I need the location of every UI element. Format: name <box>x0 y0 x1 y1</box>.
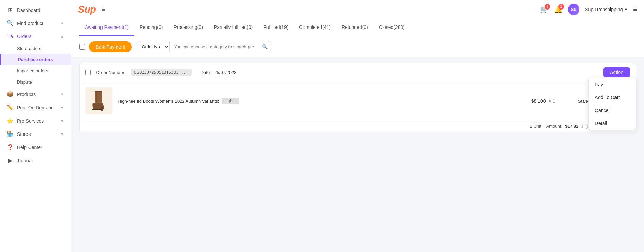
sidebar-item-tutorial[interactable]: ▶ Tutorial <box>0 154 71 167</box>
sidebar-item-label: Orders <box>17 34 57 39</box>
select-all-checkbox[interactable] <box>79 44 85 50</box>
main-content: Sup ≡ 🛒 1 🔔 1 Su Sup Dropshipping ▼ ≡ <box>71 0 644 252</box>
order-card: Order Number: D20230725051315303 ... Dat… <box>79 63 636 132</box>
order-footer: 1 Unit Amount: $17.82 ℹ (Shipping Cost I… <box>80 120 636 132</box>
sidebar-item-products[interactable]: 📦 Products ▼ <box>0 88 71 101</box>
tutorial-icon: ▶ <box>7 157 14 164</box>
chevron-down-icon: ▼ <box>60 21 64 25</box>
tab-completed[interactable]: Completed(41) <box>294 19 336 36</box>
search-box: Order No 🔍 <box>136 41 272 52</box>
svg-rect-5 <box>95 91 102 92</box>
product-name: High-heeled Boots Women's 2022 Autumn Va… <box>118 98 517 104</box>
svg-rect-1 <box>95 92 102 103</box>
stores-icon: 🏪 <box>7 131 14 137</box>
tab-partially-fulfilled[interactable]: Partially fulfilled(0) <box>208 19 258 36</box>
sidebar-item-help-center[interactable]: ❓ Help Center <box>0 141 71 154</box>
app-logo: Sup <box>78 4 96 15</box>
top-header: Sup ≡ 🛒 1 🔔 1 Su Sup Dropshipping ▼ ≡ <box>71 0 644 19</box>
sidebar-item-find-product[interactable]: 🔍 Find product ▼ <box>0 17 71 30</box>
action-dropdown-menu: Pay Add To Cart Cancel Detail <box>588 78 636 130</box>
dropdown-item-pay[interactable]: Pay <box>589 78 636 91</box>
order-number-label: Order Number: <box>96 70 126 75</box>
sidebar-nav: ⊞ Dashboard 🔍 Find product ▼ 🛍 Orders ▲ … <box>0 0 71 170</box>
tab-pending[interactable]: Pending(0) <box>134 19 168 36</box>
sidebar-item-dashboard[interactable]: ⊞ Dashboard <box>0 3 71 17</box>
sidebar-item-print-on-demand[interactable]: ✏️ Print On Demand ▼ <box>0 101 71 114</box>
sidebar-item-label: Find product <box>17 21 57 26</box>
sidebar-item-label: Tutorial <box>17 158 64 163</box>
cart-badge: 1 <box>545 4 550 10</box>
sidebar-item-label: Products <box>17 92 57 97</box>
hamburger-icon[interactable]: ≡ <box>102 6 105 13</box>
more-menu-icon[interactable]: ≡ <box>633 5 637 13</box>
tab-closed[interactable]: Closed(280) <box>373 19 410 36</box>
order-checkbox[interactable] <box>85 70 91 75</box>
header-left: Sup ≡ <box>78 4 105 15</box>
sidebar-item-stores[interactable]: 🏪 Stores ▼ <box>0 127 71 141</box>
avatar[interactable]: Su <box>568 4 579 15</box>
orders-area: Order Number: D20230725051315303 ... Dat… <box>71 57 644 143</box>
pro-services-icon: ⭐ <box>7 118 14 124</box>
svg-rect-3 <box>92 109 102 110</box>
find-product-icon: 🔍 <box>7 20 14 26</box>
dropdown-item-detail[interactable]: Detail <box>589 117 636 130</box>
order-item-row: High-heeled Boots Women's 2022 Autumn Va… <box>80 82 636 120</box>
sidebar-item-dispute[interactable]: Dispute <box>0 76 71 88</box>
sidebar-item-imported-orders[interactable]: Imported orders <box>0 65 71 76</box>
sub-item-label: Dispute <box>17 79 32 85</box>
sidebar-item-orders[interactable]: 🛍 Orders ▲ <box>0 30 71 43</box>
bulk-payment-button[interactable]: Bulk Payment <box>89 41 132 52</box>
cart-icon-button[interactable]: 🛒 1 <box>540 5 549 14</box>
bell-icon-button[interactable]: 🔔 1 <box>554 5 563 14</box>
search-category-select[interactable]: Order No <box>136 41 170 52</box>
chevron-down-icon: ▼ <box>60 106 64 110</box>
sidebar-item-store-orders[interactable]: Store orders <box>0 43 71 54</box>
sub-item-label: Imported orders <box>17 68 48 73</box>
products-icon: 📦 <box>7 91 14 97</box>
order-amount: $17.82 <box>565 124 579 129</box>
unit-count: 1 Unit <box>530 124 541 129</box>
boot-svg <box>85 87 112 114</box>
variant-tag: Light... <box>222 98 239 104</box>
info-icon: ℹ <box>581 124 583 129</box>
tab-processing[interactable]: Processing(0) <box>168 19 208 36</box>
chevron-up-icon: ▲ <box>60 34 64 38</box>
sidebar-item-label: Pro Services <box>17 118 57 124</box>
tab-awaiting-payment[interactable]: Awaiting Payment(1) <box>79 19 134 36</box>
user-name[interactable]: Sup Dropshipping ▼ <box>585 7 628 12</box>
sidebar-item-pro-services[interactable]: ⭐ Pro Services ▼ <box>0 114 71 127</box>
chevron-down-icon: ▼ <box>60 119 64 123</box>
order-header: Order Number: D20230725051315303 ... Dat… <box>80 63 636 82</box>
dropdown-item-add-to-cart[interactable]: Add To Cart <box>589 91 636 104</box>
search-icon: 🔍 <box>262 44 268 49</box>
order-number-tag: D20230725051315303 ... <box>131 69 192 76</box>
print-icon: ✏️ <box>7 104 14 111</box>
tab-fulfilled[interactable]: Fulfilled(19) <box>258 19 294 36</box>
amount-label: Amount: <box>546 124 563 129</box>
sidebar-item-purchase-orders[interactable]: Purchase orders <box>0 54 71 65</box>
toolbar: Bulk Payment Order No 🔍 <box>71 36 644 57</box>
sidebar-item-label: Stores <box>17 131 57 137</box>
search-button[interactable]: 🔍 <box>258 42 272 52</box>
order-date: Date: 25/07/2023 <box>201 70 237 75</box>
sidebar: ⊞ Dashboard 🔍 Find product ▼ 🛍 Orders ▲ … <box>0 0 71 252</box>
orders-icon: 🛍 <box>7 33 14 39</box>
dropdown-item-cancel[interactable]: Cancel <box>589 104 636 117</box>
sidebar-item-label: Help Center <box>17 145 64 150</box>
sub-item-label: Purchase orders <box>18 57 53 62</box>
chevron-down-icon: ▼ <box>60 132 64 136</box>
product-image <box>85 87 112 114</box>
tab-refunded[interactable]: Refunded(0) <box>336 19 373 36</box>
action-button[interactable]: Action <box>603 67 630 77</box>
product-price: $8.100 × 1 <box>523 98 564 104</box>
help-icon: ❓ <box>7 144 14 150</box>
sidebar-item-label: Print On Demand <box>17 105 57 110</box>
tabs-container: Awaiting Payment(1) Pending(0) Processin… <box>71 19 644 36</box>
dashboard-icon: ⊞ <box>7 7 14 13</box>
search-input[interactable] <box>170 42 258 52</box>
chevron-down-icon: ▼ <box>60 92 64 96</box>
chevron-down-icon: ▼ <box>624 7 628 12</box>
sub-item-label: Store orders <box>17 46 41 51</box>
bell-badge: 1 <box>558 4 564 10</box>
header-right: 🛒 1 🔔 1 Su Sup Dropshipping ▼ ≡ <box>540 4 637 15</box>
